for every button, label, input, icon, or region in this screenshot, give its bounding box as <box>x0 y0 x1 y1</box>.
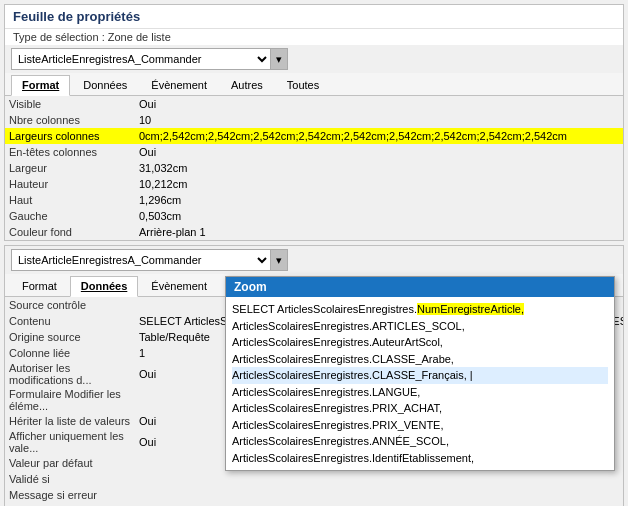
prop-value <box>135 487 623 503</box>
tab-donnees-1[interactable]: Données <box>72 75 138 95</box>
prop-label: En-têtes colonnes <box>5 144 135 160</box>
table-row: Gauche0,503cm <box>5 208 623 224</box>
prop-value: 0,503cm <box>135 208 623 224</box>
panel-title: Feuille de propriétés <box>5 5 623 29</box>
prop-value: Oui <box>135 96 623 112</box>
zoom-popup: Zoom SELECT ArticlesScolairesEnregistres… <box>225 276 615 471</box>
prop-label: Message si erreur <box>5 487 135 503</box>
prop-label: Valeur par défaut <box>5 455 135 471</box>
prop-value: Oui <box>135 144 623 160</box>
table-row: En-têtes colonnesOui <box>5 144 623 160</box>
prop-label: Largeurs colonnes <box>5 128 135 144</box>
prop-label: Formulaire Modifier les éléme... <box>5 387 135 413</box>
tab-format-2[interactable]: Format <box>11 276 68 296</box>
zoom-highlight: NumEnregistreArticle, <box>417 303 524 315</box>
dropdown-row-1: ListeArticleEnregistresA_Commander ▾ <box>5 45 623 73</box>
zoom-line: ArticlesScolairesEnregistres.ARTICLES_SC… <box>232 318 608 335</box>
prop-label: Validé si <box>5 471 135 487</box>
table-row: Validé si <box>5 471 623 487</box>
properties-table-1: VisibleOuiNbre colonnes10Largeurs colonn… <box>5 96 623 240</box>
prop-value: 10 <box>135 112 623 128</box>
table-row: Hauteur10,212cm <box>5 176 623 192</box>
prop-label: Origine source <box>5 329 135 345</box>
prop-label: Source contrôle <box>5 297 135 313</box>
table-row: VisibleOui <box>5 96 623 112</box>
bottom-panel: Type de sélection : Zone de liste ListeA… <box>4 245 624 506</box>
selection-type-1: Type de sélection : Zone de liste <box>5 29 623 45</box>
prop-label: Visible <box>5 96 135 112</box>
prop-label: Largeur <box>5 160 135 176</box>
top-panel: Feuille de propriétés Type de sélection … <box>4 4 624 241</box>
prop-value <box>135 471 623 487</box>
tab-evenement-2[interactable]: Évènement <box>140 276 218 296</box>
table-row: Largeur31,032cm <box>5 160 623 176</box>
zoom-content[interactable]: SELECT ArticlesScolairesEnregistres.NumE… <box>226 297 614 470</box>
prop-label: Couleur fond <box>5 224 135 240</box>
table-row: Haut1,296cm <box>5 192 623 208</box>
zoom-line: ArticlesScolairesEnregistres.CLASSE_Arab… <box>232 351 608 368</box>
zoom-title-bar: Zoom <box>226 277 614 297</box>
prop-label: Colonne liée <box>5 345 135 361</box>
dropdown-arrow-2[interactable]: ▾ <box>270 249 288 271</box>
prop-label: Afficher uniquement les vale... <box>5 429 135 455</box>
table-row: Largeurs colonnes0cm;2,542cm;2,542cm;2,5… <box>5 128 623 144</box>
dropdown-row-2: ListeArticleEnregistresA_Commander ▾ <box>5 246 623 274</box>
zoom-line: ArticlesScolairesEnregistres.IdentifEtab… <box>232 450 608 467</box>
tab-toutes-1[interactable]: Toutes <box>276 75 330 95</box>
zoom-line: ArticlesScolairesEnregistres.AuteurArtSc… <box>232 334 608 351</box>
zoom-line: SELECT ArticlesScolairesEnregistres.NumE… <box>232 301 608 318</box>
table-row: Nbre colonnes10 <box>5 112 623 128</box>
tabs-1: Format Données Évènement Autres Toutes <box>5 73 623 96</box>
dropdown-arrow-1[interactable]: ▾ <box>270 48 288 70</box>
prop-value: 10,212cm <box>135 176 623 192</box>
tab-autres-1[interactable]: Autres <box>220 75 274 95</box>
prop-label: Contenu <box>5 313 135 329</box>
object-dropdown-1[interactable]: ListeArticleEnregistresA_Commander <box>11 48 271 70</box>
prop-value: 0cm;2,542cm;2,542cm;2,542cm;2,542cm;2,54… <box>135 128 623 144</box>
zoom-line: ArticlesScolairesEnregistres.PRIX_VENTE, <box>232 417 608 434</box>
prop-value: 31,032cm <box>135 160 623 176</box>
prop-value: Arrière-plan 1 <box>135 224 623 240</box>
object-dropdown-2[interactable]: ListeArticleEnregistresA_Commander <box>11 249 271 271</box>
prop-value: 1,296cm <box>135 192 623 208</box>
prop-label: Nbre colonnes <box>5 112 135 128</box>
prop-label: Haut <box>5 192 135 208</box>
prop-label: Hériter la liste de valeurs <box>5 413 135 429</box>
zoom-line: ArticlesScolairesEnregistres.PRIX_ACHAT, <box>232 400 608 417</box>
prop-label: Hauteur <box>5 176 135 192</box>
zoom-line: ArticlesScolairesEnregistres.CLASSE_Fran… <box>232 367 608 384</box>
table-row: Couleur fondArrière-plan 1 <box>5 224 623 240</box>
zoom-line: ArticlesScolairesEnregistres.ANNÉE_SCOL, <box>232 433 608 450</box>
table-row: Message si erreur <box>5 487 623 503</box>
tab-evenement-1[interactable]: Évènement <box>140 75 218 95</box>
zoom-title: Zoom <box>234 280 267 294</box>
tab-format-1[interactable]: Format <box>11 75 70 96</box>
zoom-line: ArticlesScolairesEnregistres.LANGUE, <box>232 384 608 401</box>
prop-label: Gauche <box>5 208 135 224</box>
tab-donnees-2[interactable]: Données <box>70 276 138 297</box>
prop-label: Autoriser les modifications d... <box>5 361 135 387</box>
